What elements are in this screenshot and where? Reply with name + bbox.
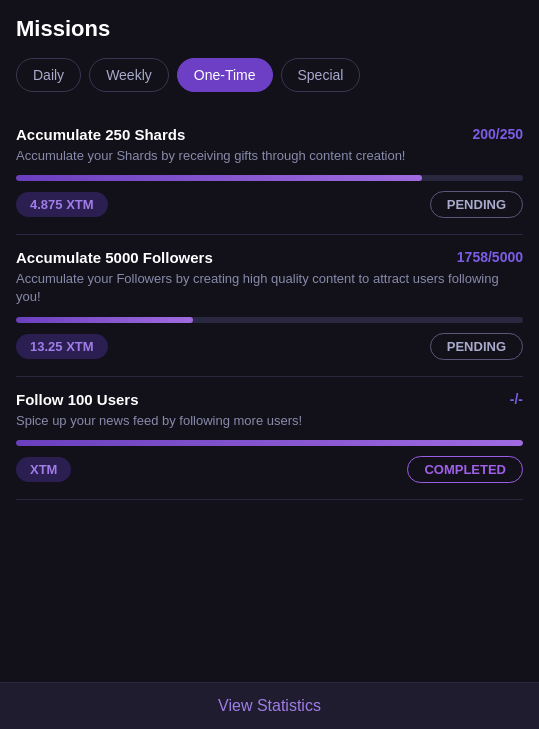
- reward-badge-follow-users: XTM: [16, 457, 71, 482]
- status-badge-shards: PENDING: [430, 191, 523, 218]
- mission-progress-follow-users: -/-: [510, 391, 523, 407]
- mission-header-followers: Accumulate 5000 Followers 1758/5000: [16, 249, 523, 266]
- reward-badge-shards: 4.875 XTM: [16, 192, 108, 217]
- mission-card-followers: Accumulate 5000 Followers 1758/5000 Accu…: [16, 235, 523, 376]
- tab-weekly[interactable]: Weekly: [89, 58, 169, 92]
- tabs-row: Daily Weekly One-Time Special: [16, 58, 523, 92]
- tab-special[interactable]: Special: [281, 58, 361, 92]
- page-container: Missions Daily Weekly One-Time Special A…: [0, 0, 539, 580]
- mission-header-follow-users: Follow 100 Users -/-: [16, 391, 523, 408]
- progress-bar-bg-follow-users: [16, 440, 523, 446]
- page-title: Missions: [16, 16, 523, 42]
- mission-header-shards: Accumulate 250 Shards 200/250: [16, 126, 523, 143]
- mission-desc-shards: Accumulate your Shards by receiving gift…: [16, 147, 523, 165]
- progress-bar-fill-followers: [16, 317, 193, 323]
- mission-footer-shards: 4.875 XTM PENDING: [16, 191, 523, 218]
- status-badge-follow-users: COMPLETED: [407, 456, 523, 483]
- progress-bar-fill-follow-users: [16, 440, 523, 446]
- mission-footer-followers: 13.25 XTM PENDING: [16, 333, 523, 360]
- mission-footer-follow-users: XTM COMPLETED: [16, 456, 523, 483]
- footer-bar: View Statistics: [0, 682, 539, 729]
- tab-one-time[interactable]: One-Time: [177, 58, 273, 92]
- mission-desc-follow-users: Spice up your news feed by following mor…: [16, 412, 523, 430]
- mission-card-follow-users: Follow 100 Users -/- Spice up your news …: [16, 377, 523, 500]
- reward-badge-followers: 13.25 XTM: [16, 334, 108, 359]
- mission-progress-shards: 200/250: [472, 126, 523, 142]
- progress-bar-bg-followers: [16, 317, 523, 323]
- tab-daily[interactable]: Daily: [16, 58, 81, 92]
- mission-name-follow-users: Follow 100 Users: [16, 391, 139, 408]
- progress-bar-fill-shards: [16, 175, 422, 181]
- mission-name-followers: Accumulate 5000 Followers: [16, 249, 213, 266]
- mission-name-shards: Accumulate 250 Shards: [16, 126, 185, 143]
- progress-bar-bg-shards: [16, 175, 523, 181]
- mission-desc-followers: Accumulate your Followers by creating hi…: [16, 270, 523, 306]
- status-badge-followers: PENDING: [430, 333, 523, 360]
- view-statistics-button[interactable]: View Statistics: [16, 697, 523, 715]
- mission-card-shards: Accumulate 250 Shards 200/250 Accumulate…: [16, 112, 523, 235]
- mission-progress-followers: 1758/5000: [457, 249, 523, 265]
